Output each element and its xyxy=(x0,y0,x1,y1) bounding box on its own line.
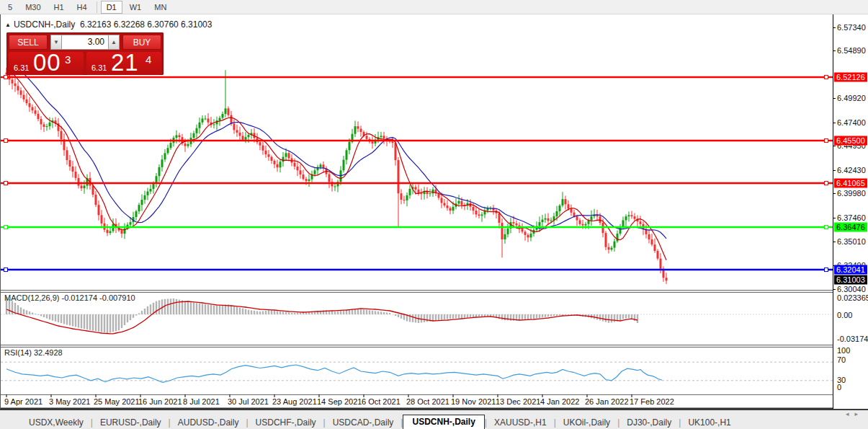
buy-price-prefix: 6.31 xyxy=(91,63,107,72)
level-price-badge: 6.41065 xyxy=(834,179,867,188)
sell-price-pip: 3 xyxy=(65,53,71,66)
price-axis-label: 6.57340 xyxy=(837,23,866,32)
level-price-badge: 6.45500 xyxy=(834,136,867,146)
timeframe-button-m30[interactable]: M30 xyxy=(19,1,46,14)
price-axis-label: 6.42430 xyxy=(837,166,866,174)
current-price-badge: 6.31003 xyxy=(834,275,867,284)
chart-tab-xauusd-h1[interactable]: XAUUSD-,H1 xyxy=(487,417,554,429)
rsi-axis-label: 0 xyxy=(837,383,841,392)
chart-tab-ukoil-daily[interactable]: UKOil-,Daily xyxy=(556,417,617,429)
timeframe-button-5[interactable]: 5 xyxy=(2,1,18,14)
date-axis-label: 19 Nov 2021 xyxy=(451,397,496,406)
macd-axis-label: 0.00 xyxy=(837,311,852,319)
date-axis-label: 23 Aug 2021 xyxy=(272,397,317,406)
timeframe-button-h1[interactable]: H1 xyxy=(48,1,70,14)
price-axis-tick xyxy=(833,123,836,123)
price-axis-tick xyxy=(833,146,836,146)
chart-tab-usdcad-daily[interactable]: USDCAD-,Daily xyxy=(326,417,401,429)
macd-indicator-label: MACD(12,26,9) -0.012174 -0.007910 xyxy=(4,293,135,302)
date-axis-label: 4 Jan 2022 xyxy=(540,397,579,406)
chart-title: ▲USDCNH-,Daily 6.32163 6.32268 6.30760 6… xyxy=(5,19,212,30)
chart-tab-usdx-weekly[interactable]: USDX,Weekly xyxy=(22,417,91,429)
level-price-badge: 6.52126 xyxy=(834,72,867,81)
date-axis-label: 14 Sep 2021 xyxy=(317,397,362,406)
price-axis-tick xyxy=(833,289,836,290)
one-click-trade-panel: SELL ▼ 3.00 ▲ BUY 6.31 00 3 6.31 21 4 xyxy=(6,32,164,75)
timeframe-toolbar: 5M30H1H4D1W1MN xyxy=(0,0,868,14)
price-axis-line xyxy=(833,14,833,409)
buy-price-pip: 4 xyxy=(146,53,151,66)
rsi-axis-label: 100 xyxy=(837,346,850,355)
macd-axis-label: -0.031745 xyxy=(837,335,868,343)
date-axis-label: 3 May 2021 xyxy=(49,397,90,406)
volume-input[interactable]: 3.00 xyxy=(62,35,108,50)
price-axis-label: 6.39980 xyxy=(837,189,866,198)
date-axis-label: 9 Apr 2021 xyxy=(4,397,42,406)
date-axis-label: 30 Jul 2021 xyxy=(228,397,269,406)
timeframe-button-h4[interactable]: H4 xyxy=(71,1,93,14)
date-axis-label: 26 Jan 2022 xyxy=(585,397,629,406)
date-axis-label: 28 Oct 2021 xyxy=(406,397,449,406)
timeframe-button-mn[interactable]: MN xyxy=(148,1,172,14)
date-axis-label: 6 Oct 2021 xyxy=(362,397,401,406)
price-axis-label: 6.47400 xyxy=(837,118,866,127)
chart-tabbar: USDX,Weekly|EURUSD-,Daily|AUDUSD-,Daily|… xyxy=(0,417,868,429)
price-axis-tick xyxy=(833,193,836,194)
level-price-badge: 6.32041 xyxy=(834,265,867,275)
rsi-axis-label: 70 xyxy=(837,355,846,364)
macd-axis-label: 0.023365 xyxy=(837,293,868,302)
buy-quote-tile[interactable]: 6.31 21 4 xyxy=(86,52,161,75)
chart-symbol-period: USDCNH-,Daily xyxy=(14,19,75,30)
price-axis-tick xyxy=(833,98,836,99)
price-axis-tick xyxy=(833,242,836,242)
price-axis-label: 6.30040 xyxy=(837,285,866,293)
date-axis-label: 8 Jul 2021 xyxy=(183,397,220,406)
buy-button[interactable]: BUY xyxy=(122,35,161,50)
chart-tab-usdchf-daily[interactable]: USDCHF-,Daily xyxy=(249,417,323,429)
date-axis-label: 16 Jun 2021 xyxy=(138,397,182,406)
sell-price-big: 00 xyxy=(33,52,61,75)
chart-tab-usdcnh-daily[interactable]: USDCNH-,Daily xyxy=(403,415,484,429)
chart-tab-dj30-daily[interactable]: DJ30-,Daily xyxy=(619,417,679,429)
timeframe-button-d1[interactable]: D1 xyxy=(101,1,122,14)
sell-button[interactable]: SELL xyxy=(9,35,48,50)
toolbar-separator xyxy=(97,1,97,13)
chart-tab-audusd-daily[interactable]: AUDUSD-,Daily xyxy=(171,417,246,429)
chart-window: ▲USDCNH-,Daily 6.32163 6.32268 6.30760 6… xyxy=(0,14,868,409)
price-axis-label: 6.37460 xyxy=(837,213,866,222)
date-axis-label: 17 Feb 2022 xyxy=(630,397,674,406)
rsi-indicator-label: RSI(14) 32.4928 xyxy=(4,348,63,357)
timeframe-button-w1[interactable]: W1 xyxy=(124,1,148,14)
level-price-badge: 6.36476 xyxy=(834,223,867,232)
chart-tab-uk100-h1[interactable]: UK100-,H1 xyxy=(681,417,738,429)
volume-decrease-icon[interactable]: ▼ xyxy=(50,35,62,50)
date-axis-label: 25 May 2021 xyxy=(94,397,140,406)
chart-tab-eurusd-daily[interactable]: EURUSD-,Daily xyxy=(93,417,169,429)
price-axis-label: 6.54890 xyxy=(837,46,866,55)
trading-app-window: 5M30H1H4D1W1MN ▲USDCNH-,Daily 6.32163 6.… xyxy=(0,0,868,429)
chart-ohlc-values: 6.32163 6.32268 6.30760 6.31003 xyxy=(80,19,212,30)
price-axis-label: 6.35010 xyxy=(837,237,866,246)
price-axis-label: 6.49920 xyxy=(837,94,866,102)
volume-increase-icon[interactable]: ▲ xyxy=(108,35,120,50)
price-axis-tick xyxy=(833,218,836,218)
sell-quote-tile[interactable]: 6.31 00 3 xyxy=(9,52,84,75)
buy-price-big: 21 xyxy=(111,52,139,75)
price-axis-tick xyxy=(833,170,836,171)
price-axis-tick xyxy=(833,27,836,28)
collapse-icon[interactable]: ▲ xyxy=(5,22,11,28)
date-axis-label: 13 Dec 2021 xyxy=(496,397,540,406)
sell-price-prefix: 6.31 xyxy=(14,63,29,72)
price-axis-tick xyxy=(833,50,836,51)
